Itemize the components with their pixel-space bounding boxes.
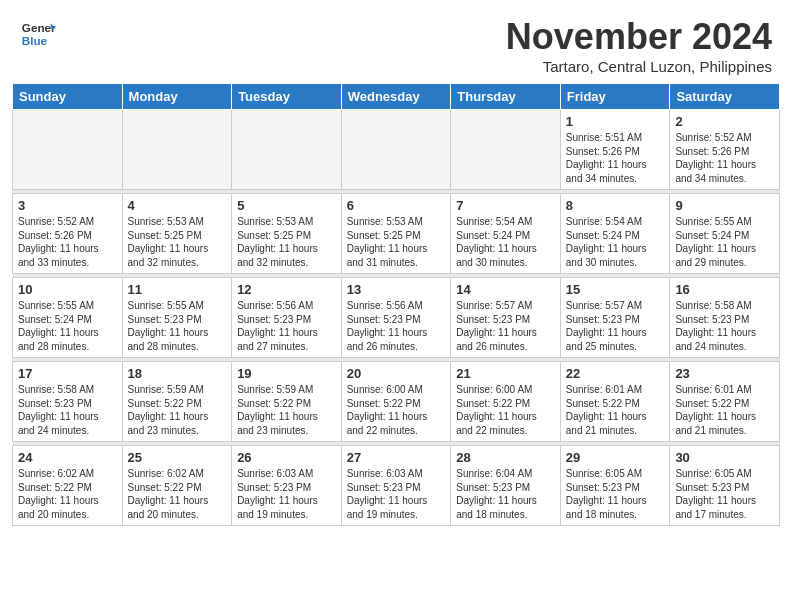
cell-info: Sunrise: 5:55 AM Sunset: 5:23 PM Dayligh… [128,299,227,353]
day-number: 5 [237,198,336,213]
cell-info: Sunrise: 6:00 AM Sunset: 5:22 PM Dayligh… [456,383,555,437]
cell-info: Sunrise: 6:05 AM Sunset: 5:23 PM Dayligh… [566,467,665,521]
cell-info: Sunrise: 5:57 AM Sunset: 5:23 PM Dayligh… [566,299,665,353]
cell-info: Sunrise: 5:53 AM Sunset: 5:25 PM Dayligh… [237,215,336,269]
calendar-cell: 9Sunrise: 5:55 AM Sunset: 5:24 PM Daylig… [670,194,780,274]
page-header: General Blue November 2024 Tartaro, Cent… [0,0,792,83]
calendar-header-tuesday: Tuesday [232,84,342,110]
calendar-cell: 22Sunrise: 6:01 AM Sunset: 5:22 PM Dayli… [560,362,670,442]
svg-text:Blue: Blue [22,34,48,47]
day-number: 29 [566,450,665,465]
cell-info: Sunrise: 6:03 AM Sunset: 5:23 PM Dayligh… [237,467,336,521]
day-number: 10 [18,282,117,297]
calendar-week-row: 10Sunrise: 5:55 AM Sunset: 5:24 PM Dayli… [13,278,780,358]
calendar-cell [341,110,451,190]
day-number: 30 [675,450,774,465]
calendar-cell: 17Sunrise: 5:58 AM Sunset: 5:23 PM Dayli… [13,362,123,442]
calendar-header-thursday: Thursday [451,84,561,110]
day-number: 1 [566,114,665,129]
day-number: 16 [675,282,774,297]
calendar-cell: 24Sunrise: 6:02 AM Sunset: 5:22 PM Dayli… [13,446,123,526]
cell-info: Sunrise: 5:58 AM Sunset: 5:23 PM Dayligh… [18,383,117,437]
cell-info: Sunrise: 5:53 AM Sunset: 5:25 PM Dayligh… [347,215,446,269]
day-number: 17 [18,366,117,381]
calendar-cell: 1Sunrise: 5:51 AM Sunset: 5:26 PM Daylig… [560,110,670,190]
day-number: 14 [456,282,555,297]
cell-info: Sunrise: 5:56 AM Sunset: 5:23 PM Dayligh… [347,299,446,353]
calendar-cell: 30Sunrise: 6:05 AM Sunset: 5:23 PM Dayli… [670,446,780,526]
cell-info: Sunrise: 6:00 AM Sunset: 5:22 PM Dayligh… [347,383,446,437]
cell-info: Sunrise: 5:58 AM Sunset: 5:23 PM Dayligh… [675,299,774,353]
calendar-week-row: 17Sunrise: 5:58 AM Sunset: 5:23 PM Dayli… [13,362,780,442]
day-number: 4 [128,198,227,213]
calendar-cell: 25Sunrise: 6:02 AM Sunset: 5:22 PM Dayli… [122,446,232,526]
calendar-cell: 8Sunrise: 5:54 AM Sunset: 5:24 PM Daylig… [560,194,670,274]
calendar-cell [122,110,232,190]
calendar-cell [232,110,342,190]
day-number: 3 [18,198,117,213]
calendar-cell: 11Sunrise: 5:55 AM Sunset: 5:23 PM Dayli… [122,278,232,358]
calendar-cell [13,110,123,190]
calendar-cell: 6Sunrise: 5:53 AM Sunset: 5:25 PM Daylig… [341,194,451,274]
calendar-header-friday: Friday [560,84,670,110]
calendar-cell: 15Sunrise: 5:57 AM Sunset: 5:23 PM Dayli… [560,278,670,358]
calendar-table: SundayMondayTuesdayWednesdayThursdayFrid… [12,83,780,526]
location: Tartaro, Central Luzon, Philippines [506,58,772,75]
cell-info: Sunrise: 6:05 AM Sunset: 5:23 PM Dayligh… [675,467,774,521]
calendar-cell: 20Sunrise: 6:00 AM Sunset: 5:22 PM Dayli… [341,362,451,442]
calendar-cell: 28Sunrise: 6:04 AM Sunset: 5:23 PM Dayli… [451,446,561,526]
day-number: 22 [566,366,665,381]
cell-info: Sunrise: 5:53 AM Sunset: 5:25 PM Dayligh… [128,215,227,269]
cell-info: Sunrise: 5:55 AM Sunset: 5:24 PM Dayligh… [675,215,774,269]
calendar-header-wednesday: Wednesday [341,84,451,110]
day-number: 12 [237,282,336,297]
calendar-cell: 14Sunrise: 5:57 AM Sunset: 5:23 PM Dayli… [451,278,561,358]
calendar-cell: 4Sunrise: 5:53 AM Sunset: 5:25 PM Daylig… [122,194,232,274]
cell-info: Sunrise: 5:59 AM Sunset: 5:22 PM Dayligh… [128,383,227,437]
calendar-cell: 18Sunrise: 5:59 AM Sunset: 5:22 PM Dayli… [122,362,232,442]
day-number: 9 [675,198,774,213]
calendar-cell: 2Sunrise: 5:52 AM Sunset: 5:26 PM Daylig… [670,110,780,190]
cell-info: Sunrise: 5:54 AM Sunset: 5:24 PM Dayligh… [566,215,665,269]
calendar-cell: 23Sunrise: 6:01 AM Sunset: 5:22 PM Dayli… [670,362,780,442]
day-number: 18 [128,366,227,381]
day-number: 11 [128,282,227,297]
day-number: 2 [675,114,774,129]
day-number: 20 [347,366,446,381]
calendar-header-sunday: Sunday [13,84,123,110]
calendar-week-row: 1Sunrise: 5:51 AM Sunset: 5:26 PM Daylig… [13,110,780,190]
day-number: 15 [566,282,665,297]
day-number: 27 [347,450,446,465]
day-number: 25 [128,450,227,465]
calendar-cell: 3Sunrise: 5:52 AM Sunset: 5:26 PM Daylig… [13,194,123,274]
calendar-header-saturday: Saturday [670,84,780,110]
calendar-cell: 10Sunrise: 5:55 AM Sunset: 5:24 PM Dayli… [13,278,123,358]
calendar-header-monday: Monday [122,84,232,110]
cell-info: Sunrise: 5:56 AM Sunset: 5:23 PM Dayligh… [237,299,336,353]
calendar-header-row: SundayMondayTuesdayWednesdayThursdayFrid… [13,84,780,110]
cell-info: Sunrise: 5:52 AM Sunset: 5:26 PM Dayligh… [675,131,774,185]
calendar-cell: 29Sunrise: 6:05 AM Sunset: 5:23 PM Dayli… [560,446,670,526]
cell-info: Sunrise: 5:51 AM Sunset: 5:26 PM Dayligh… [566,131,665,185]
cell-info: Sunrise: 6:04 AM Sunset: 5:23 PM Dayligh… [456,467,555,521]
day-number: 6 [347,198,446,213]
logo-icon: General Blue [20,16,56,52]
day-number: 26 [237,450,336,465]
month-title: November 2024 [506,16,772,58]
cell-info: Sunrise: 5:57 AM Sunset: 5:23 PM Dayligh… [456,299,555,353]
calendar-cell [451,110,561,190]
day-number: 28 [456,450,555,465]
cell-info: Sunrise: 5:59 AM Sunset: 5:22 PM Dayligh… [237,383,336,437]
logo: General Blue [20,16,56,52]
calendar-week-row: 3Sunrise: 5:52 AM Sunset: 5:26 PM Daylig… [13,194,780,274]
day-number: 8 [566,198,665,213]
calendar-cell: 19Sunrise: 5:59 AM Sunset: 5:22 PM Dayli… [232,362,342,442]
cell-info: Sunrise: 6:03 AM Sunset: 5:23 PM Dayligh… [347,467,446,521]
calendar-container: SundayMondayTuesdayWednesdayThursdayFrid… [0,83,792,538]
calendar-cell: 13Sunrise: 5:56 AM Sunset: 5:23 PM Dayli… [341,278,451,358]
day-number: 24 [18,450,117,465]
cell-info: Sunrise: 6:01 AM Sunset: 5:22 PM Dayligh… [566,383,665,437]
cell-info: Sunrise: 5:54 AM Sunset: 5:24 PM Dayligh… [456,215,555,269]
calendar-week-row: 24Sunrise: 6:02 AM Sunset: 5:22 PM Dayli… [13,446,780,526]
calendar-cell: 27Sunrise: 6:03 AM Sunset: 5:23 PM Dayli… [341,446,451,526]
